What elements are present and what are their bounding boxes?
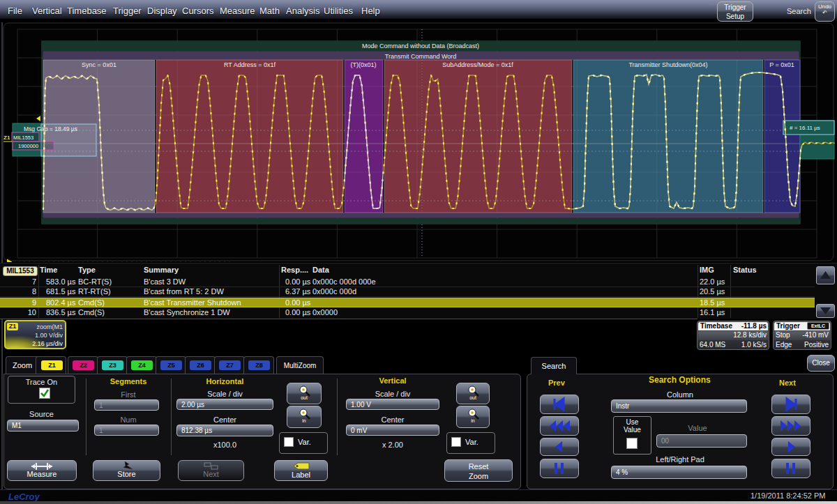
svg-text:Transmitter Shutdown(0x04): Transmitter Shutdown(0x04) <box>628 61 707 68</box>
svg-text:RT Address = 0x1f: RT Address = 0x1f <box>224 61 276 68</box>
svg-text:Msg Gap = 18.49 µs: Msg Gap = 18.49 µs <box>24 125 77 132</box>
svg-text:1900000: 1900000 <box>18 143 38 149</box>
svg-text:(T)(0x01): (T)(0x01) <box>350 61 376 68</box>
svg-text:Z1: Z1 <box>3 135 10 141</box>
svg-text:# = 16.11 µs: # = 16.11 µs <box>790 125 820 131</box>
svg-text:Transmit Command Word: Transmit Command Word <box>385 53 457 60</box>
svg-text:MIL1553: MIL1553 <box>13 135 33 141</box>
svg-text:Sync = 0x01: Sync = 0x01 <box>82 61 116 68</box>
svg-text:P = 0x01: P = 0x01 <box>769 61 794 68</box>
svg-text:SubAddress/Mode = 0x1f: SubAddress/Mode = 0x1f <box>442 61 513 68</box>
svg-text:Mode Command without Data (Bro: Mode Command without Data (Broadcast) <box>362 43 479 49</box>
